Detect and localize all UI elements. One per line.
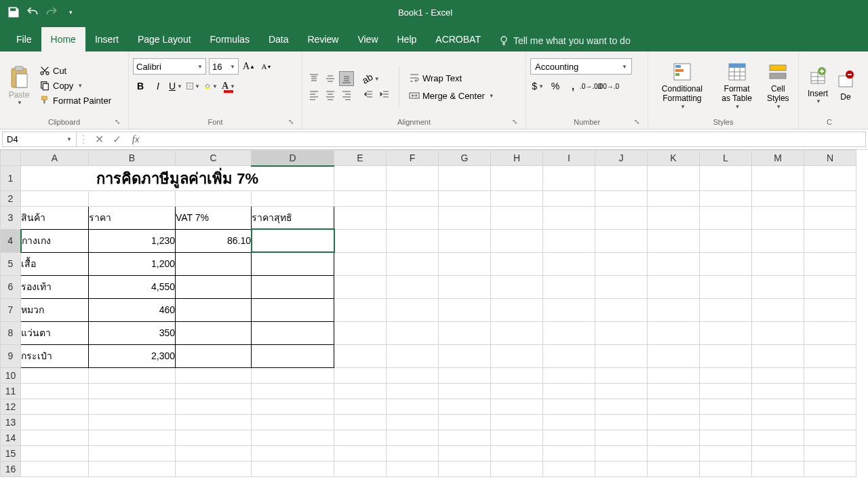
- tell-me-search[interactable]: Tell me what you want to do: [490, 30, 639, 52]
- wrap-text-button[interactable]: Wrap Text: [406, 71, 497, 85]
- select-all-corner[interactable]: [1, 150, 21, 166]
- col-header-N[interactable]: N: [804, 150, 856, 166]
- worksheet-grid[interactable]: A B C D E F G H I J K L M N 1 การคิดภาษี…: [0, 150, 868, 477]
- tab-insert[interactable]: Insert: [85, 27, 128, 52]
- name-box[interactable]: D4▼: [2, 131, 77, 147]
- italic-button[interactable]: I: [151, 79, 165, 94]
- orientation-button[interactable]: ab▼: [361, 71, 381, 86]
- percent-format-button[interactable]: %: [548, 79, 563, 94]
- redo-icon[interactable]: [45, 5, 58, 19]
- alignment-launcher-icon[interactable]: ⤡: [511, 117, 519, 125]
- cell-C4[interactable]: 86.10: [176, 229, 252, 252]
- fx-icon[interactable]: fx: [125, 131, 146, 147]
- tab-review[interactable]: Review: [298, 27, 349, 52]
- cell-B4[interactable]: 1,230: [89, 229, 176, 252]
- font-name-combo[interactable]: Calibri▼: [133, 58, 206, 75]
- align-top-icon[interactable]: [307, 71, 321, 86]
- cell-D4[interactable]: [252, 229, 334, 252]
- number-launcher-icon[interactable]: ⤡: [633, 117, 641, 125]
- cell-A3[interactable]: สินค้า: [21, 206, 89, 229]
- row-header-1[interactable]: 1: [1, 166, 21, 191]
- insert-cells-button[interactable]: Insert▼: [803, 64, 833, 106]
- align-middle-icon[interactable]: [323, 71, 338, 86]
- align-left-icon[interactable]: [307, 87, 321, 102]
- accounting-format-button[interactable]: $▼: [530, 79, 545, 94]
- tab-page-layout[interactable]: Page Layout: [128, 27, 201, 52]
- col-header-B[interactable]: B: [89, 150, 176, 166]
- tab-help[interactable]: Help: [388, 27, 427, 52]
- underline-button[interactable]: U▼: [168, 79, 183, 94]
- cell-D3[interactable]: ราคาสุทธิ: [252, 206, 334, 229]
- borders-button[interactable]: ▼: [186, 79, 201, 94]
- format-as-table-button[interactable]: Format as Table▼: [715, 60, 760, 111]
- decrease-font-icon[interactable]: A▼: [259, 59, 274, 74]
- tab-data[interactable]: Data: [259, 27, 298, 52]
- col-header-C[interactable]: C: [176, 150, 252, 166]
- tab-formulas[interactable]: Formulas: [201, 27, 259, 52]
- col-header-H[interactable]: H: [491, 150, 543, 166]
- col-header-J[interactable]: J: [595, 150, 648, 166]
- undo-icon[interactable]: [26, 5, 39, 19]
- cell-A1[interactable]: การคิดภาษีมูลค่าเพิ่ม 7%: [21, 166, 334, 191]
- delete-cells-button[interactable]: De: [835, 68, 856, 103]
- row-header-5[interactable]: 5: [1, 252, 21, 275]
- font-launcher-icon[interactable]: ⤡: [287, 117, 295, 125]
- align-right-icon[interactable]: [339, 87, 354, 102]
- bold-button[interactable]: B: [133, 79, 148, 94]
- cell-B3[interactable]: ราคา: [89, 206, 176, 229]
- merge-center-button[interactable]: Merge & Center▼: [406, 89, 497, 102]
- col-header-F[interactable]: F: [387, 150, 439, 166]
- formula-input[interactable]: [146, 131, 866, 147]
- tab-file[interactable]: File: [7, 27, 41, 52]
- align-center-icon[interactable]: [323, 87, 338, 102]
- row-header-7[interactable]: 7: [1, 298, 21, 321]
- row-8: 8 แว่นตา 350: [1, 321, 856, 344]
- enter-formula-icon[interactable]: ✓: [108, 133, 125, 146]
- comma-format-button[interactable]: ,: [566, 79, 580, 94]
- col-header-M[interactable]: M: [752, 150, 804, 166]
- copy-button[interactable]: Copy ▼: [37, 79, 114, 92]
- conditional-formatting-button[interactable]: Conditional Formatting▼: [652, 60, 712, 111]
- paste-button[interactable]: Paste ▼: [4, 66, 34, 106]
- tab-acrobat[interactable]: ACROBAT: [426, 27, 490, 52]
- save-icon[interactable]: [7, 5, 20, 19]
- align-bottom-icon[interactable]: [339, 71, 354, 86]
- qat-customize-icon[interactable]: ▾: [64, 5, 77, 19]
- row-header-6[interactable]: 6: [1, 275, 21, 298]
- row-header-3[interactable]: 3: [1, 206, 21, 229]
- tab-home[interactable]: Home: [41, 27, 85, 52]
- col-header-G[interactable]: G: [439, 150, 491, 166]
- col-header-D[interactable]: D: [252, 150, 334, 166]
- increase-font-icon[interactable]: A▲: [241, 59, 256, 74]
- group-font: Calibri▼ 16▼ A▲ A▼ B I U▼ ▼ ▼ A ▼: [129, 52, 302, 129]
- tab-view[interactable]: View: [348, 27, 387, 52]
- col-header-K[interactable]: K: [648, 150, 700, 166]
- conditional-icon: [671, 61, 693, 83]
- cancel-formula-icon[interactable]: ✕: [90, 133, 108, 146]
- cut-button[interactable]: Cut: [37, 64, 114, 77]
- cell-A4[interactable]: กางเกง: [21, 229, 89, 252]
- decrease-decimal-icon[interactable]: .00→.0: [601, 79, 616, 94]
- group-alignment: ab▼ Wrap Text Merge & Center▼ Alignment: [302, 52, 526, 129]
- increase-decimal-icon[interactable]: .0→.00: [583, 79, 598, 94]
- row-4: 4 กางเกง 1,230 86.10: [1, 229, 856, 252]
- number-format-combo[interactable]: Accounting▼: [530, 58, 632, 75]
- cell-C3[interactable]: VAT 7%: [176, 206, 252, 229]
- wrap-icon: [409, 73, 420, 83]
- font-color-button[interactable]: A ▼: [221, 79, 236, 94]
- row-header-4[interactable]: 4: [1, 229, 21, 252]
- col-header-L[interactable]: L: [700, 150, 752, 166]
- font-size-combo[interactable]: 16▼: [209, 58, 239, 75]
- col-header-E[interactable]: E: [334, 150, 387, 166]
- row-header-8[interactable]: 8: [1, 321, 21, 344]
- row-header-2[interactable]: 2: [1, 190, 21, 206]
- cell-styles-button[interactable]: Cell Styles▼: [762, 60, 794, 111]
- fill-color-button[interactable]: ▼: [203, 79, 218, 94]
- clipboard-launcher-icon[interactable]: ⤡: [113, 117, 121, 125]
- row-header-9[interactable]: 9: [1, 344, 21, 367]
- increase-indent-icon[interactable]: [377, 87, 392, 102]
- col-header-I[interactable]: I: [543, 150, 595, 166]
- format-painter-button[interactable]: Format Painter: [37, 94, 114, 107]
- col-header-A[interactable]: A: [21, 150, 89, 166]
- decrease-indent-icon[interactable]: [361, 87, 376, 102]
